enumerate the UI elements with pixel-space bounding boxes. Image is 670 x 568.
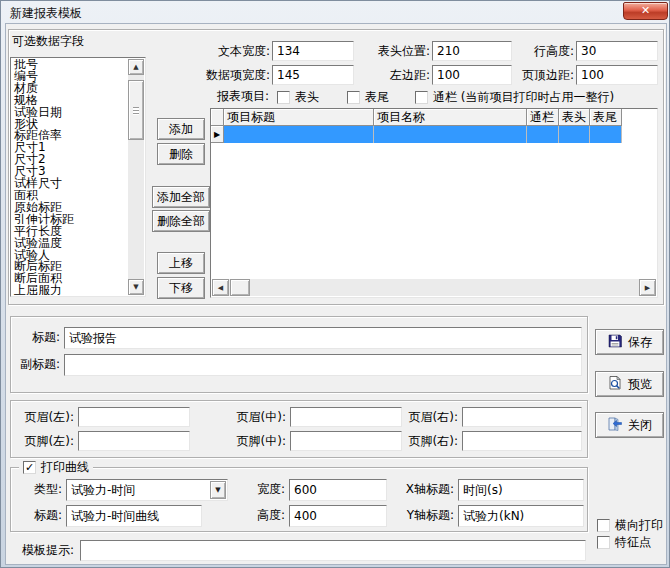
checkbox-label: 表尾 xyxy=(365,89,389,106)
grid-selected-row[interactable]: ▶ xyxy=(211,126,657,143)
checkbox-label: 表头 xyxy=(295,89,319,106)
list-item[interactable]: 上屈服力 xyxy=(12,285,128,295)
page-footer-left-input[interactable] xyxy=(78,431,190,451)
checkbox-box xyxy=(597,536,610,549)
curve-type-select[interactable]: 试验力-时间 ▼ xyxy=(66,479,228,501)
data-item-width-label: 数据项宽度: xyxy=(178,68,270,83)
grid-cell[interactable] xyxy=(590,126,622,143)
checkbox-box xyxy=(415,91,428,104)
grid-column-header: 通栏 xyxy=(527,109,559,126)
close-icon: ✕ xyxy=(641,4,650,17)
page-footer-right-input[interactable] xyxy=(462,431,582,451)
y-axis-title-input[interactable] xyxy=(458,505,584,527)
grid-cell[interactable] xyxy=(374,126,527,143)
page-footer-center-input[interactable] xyxy=(290,431,402,451)
row-height-input[interactable] xyxy=(576,41,658,61)
save-icon xyxy=(607,333,623,352)
preview-button[interactable]: 预览 xyxy=(595,371,664,397)
grid-cell[interactable] xyxy=(527,126,559,143)
scrollbar-thumb[interactable] xyxy=(230,279,250,296)
exit-door-icon xyxy=(607,416,623,435)
scroll-up-icon[interactable]: ▲ xyxy=(128,59,144,75)
x-axis-title-label: X轴标题: xyxy=(384,482,454,497)
grid-header-row: 项目标题 项目名称 通栏 表头 表尾 xyxy=(211,109,657,126)
move-up-button[interactable]: 上移 xyxy=(157,252,205,274)
curve-width-label: 宽度: xyxy=(229,482,285,497)
scroll-down-icon[interactable]: ▼ xyxy=(128,279,144,295)
curve-height-input[interactable] xyxy=(289,505,387,527)
print-curve-label: 打印曲线 xyxy=(41,460,89,474)
curve-width-input[interactable] xyxy=(289,479,387,501)
available-fields-listbox[interactable]: 批号 编号 材质 规格 试验日期 形状 标距倍率 尺寸1 尺寸2 尺寸3 试样尺… xyxy=(10,57,146,297)
report-subtitle-input[interactable] xyxy=(64,354,582,376)
checkbox-box xyxy=(277,91,290,104)
dialog-window: 新建报表模板 ✕ 可选数据字段 批号 编号 材质 规格 试验日期 形状 标距倍率… xyxy=(0,0,670,568)
curve-height-label: 高度: xyxy=(229,508,285,523)
preview-label: 预览 xyxy=(628,376,652,393)
report-subtitle-label: 副标题: xyxy=(8,357,60,372)
text-width-input[interactable] xyxy=(272,41,354,61)
grid-cell[interactable] xyxy=(559,126,590,143)
page-header-left-input[interactable] xyxy=(78,407,190,427)
window-title: 新建报表模板 xyxy=(10,5,82,22)
y-axis-title-label: Y轴标题: xyxy=(384,508,454,523)
checkbox-table-header[interactable]: 表头 xyxy=(277,89,319,106)
grid-horizontal-scrollbar[interactable]: ◀ ▶ xyxy=(212,279,656,296)
top-margin-label: 页顶边距: xyxy=(498,68,574,83)
page-header-right-label: 页眉(右): xyxy=(396,410,458,425)
remove-all-button[interactable]: 删除全部 xyxy=(152,210,210,232)
field-list-label: 可选数据字段 xyxy=(12,34,84,49)
add-button[interactable]: 添加 xyxy=(157,118,205,140)
preview-icon xyxy=(607,375,623,394)
page-header-center-input[interactable] xyxy=(290,407,402,427)
top-margin-input[interactable] xyxy=(576,65,658,85)
text-width-label: 文本宽度: xyxy=(186,44,270,59)
dialog-client-area: 可选数据字段 批号 编号 材质 规格 试验日期 形状 标距倍率 尺寸1 尺寸2 … xyxy=(5,23,667,565)
dropdown-arrow-icon[interactable]: ▼ xyxy=(210,481,226,499)
page-header-center-label: 页眉(中): xyxy=(224,410,286,425)
grid-column-header: 项目名称 xyxy=(374,109,527,126)
checkbox-landscape-print[interactable]: 横向打印 xyxy=(597,517,663,534)
template-hint-input[interactable] xyxy=(80,540,586,561)
listbox-scrollbar[interactable]: ▲ ▼ xyxy=(128,59,144,295)
remove-button[interactable]: 删除 xyxy=(157,143,205,165)
window-close-button[interactable]: ✕ xyxy=(623,2,668,20)
report-title-label: 标题: xyxy=(8,330,60,345)
scroll-left-icon[interactable]: ◀ xyxy=(212,279,229,296)
checkbox-feature-points[interactable]: 特征点 xyxy=(597,534,651,551)
page-footer-left-label: 页脚(左): xyxy=(12,434,74,449)
scroll-right-icon[interactable]: ▶ xyxy=(639,279,656,296)
save-label: 保存 xyxy=(628,334,652,351)
page-footer-right-label: 页脚(右): xyxy=(396,434,458,449)
grid-cell[interactable] xyxy=(224,126,374,143)
page-header-right-input[interactable] xyxy=(462,407,582,427)
field-list: 批号 编号 材质 规格 试验日期 形状 标距倍率 尺寸1 尺寸2 尺寸3 试样尺… xyxy=(12,59,128,295)
grid-column-header: 表头 xyxy=(559,109,590,126)
grid-indicator-header xyxy=(211,109,224,126)
header-pos-input[interactable] xyxy=(432,41,512,61)
page-footer-center-label: 页脚(中): xyxy=(224,434,286,449)
checkbox-label: 通栏 (当前项目打印时占用一整行) xyxy=(433,89,614,106)
report-title-input[interactable] xyxy=(64,327,582,349)
close-label: 关闭 xyxy=(628,417,652,434)
close-button[interactable]: 关闭 xyxy=(595,412,664,438)
checkbox-box xyxy=(597,519,610,532)
curve-type-value: 试验力-时间 xyxy=(71,482,135,498)
checkbox-full-row[interactable]: 通栏 (当前项目打印时占用一整行) xyxy=(415,89,614,106)
row-indicator-icon: ▶ xyxy=(211,126,224,143)
curve-title-input[interactable] xyxy=(66,505,202,527)
checkbox-box: ✓ xyxy=(23,461,36,474)
checkbox-table-footer[interactable]: 表尾 xyxy=(347,89,389,106)
checkbox-print-curve[interactable]: ✓ 打印曲线 xyxy=(19,460,93,474)
checkbox-label: 特征点 xyxy=(615,534,651,551)
curve-type-label: 类型: xyxy=(14,482,62,497)
page-header-left-label: 页眉(左): xyxy=(12,410,74,425)
x-axis-title-input[interactable] xyxy=(458,479,584,501)
add-all-button[interactable]: 添加全部 xyxy=(152,186,210,208)
scrollbar-thumb[interactable] xyxy=(128,80,144,140)
curve-title-label: 标题: xyxy=(14,508,62,523)
row-height-label: 行高度: xyxy=(506,44,574,59)
data-item-width-input[interactable] xyxy=(272,65,354,85)
move-down-button[interactable]: 下移 xyxy=(157,277,205,299)
save-button[interactable]: 保存 xyxy=(595,329,664,355)
